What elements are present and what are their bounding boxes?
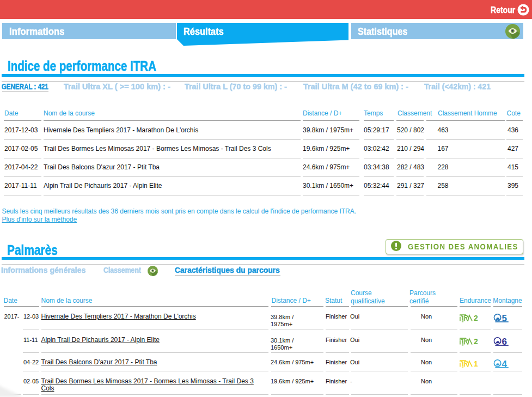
svg-text:4: 4: [502, 359, 507, 369]
svg-text:6: 6: [502, 337, 506, 347]
svg-text:5: 5: [502, 313, 506, 323]
svg-text:1: 1: [474, 359, 478, 368]
svg-text:2: 2: [474, 314, 478, 322]
svg-text:2: 2: [474, 337, 478, 346]
